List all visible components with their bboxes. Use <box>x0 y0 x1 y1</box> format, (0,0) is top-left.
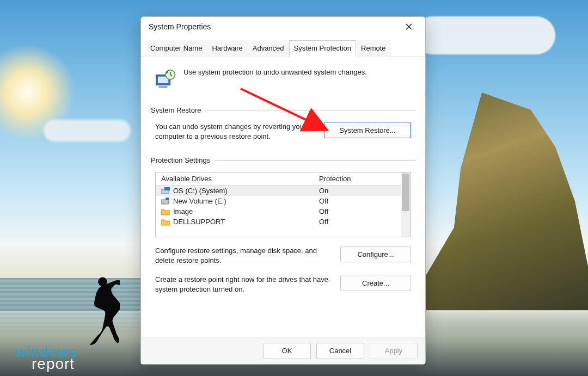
svg-rect-7 <box>164 187 170 190</box>
cancel-button[interactable]: Cancel <box>316 343 364 359</box>
drive-protection: Off <box>319 218 395 226</box>
drives-listbox[interactable]: Available Drives Protection OS (C:) (Sys… <box>155 172 411 237</box>
tab-system-protection[interactable]: System Protection <box>289 40 357 57</box>
dialog-title: System Properties <box>149 22 398 31</box>
close-button[interactable] <box>398 19 420 34</box>
folder-icon <box>161 208 170 215</box>
tab-content: Use system protection to undo unwanted s… <box>141 57 425 337</box>
intro-text: Use system protection to undo unwanted s… <box>183 68 367 76</box>
configure-text: Configure restore settings, manage disk … <box>155 246 333 265</box>
group-label-protection: Protection Settings <box>151 156 210 164</box>
folder-icon <box>161 218 170 226</box>
tab-hardware[interactable]: Hardware <box>207 40 247 57</box>
svg-rect-8 <box>161 200 169 204</box>
drive-name: DELLSUPPORT <box>173 218 225 226</box>
system-properties-dialog: System Properties Computer Name Hardware… <box>140 16 426 365</box>
configure-button[interactable]: Configure... <box>340 246 411 262</box>
titlebar[interactable]: System Properties <box>141 17 425 36</box>
drive-row[interactable]: New Volume (E:) Off <box>156 196 401 206</box>
drive-protection: On <box>319 187 395 195</box>
drive-row[interactable]: Image Off <box>156 206 401 217</box>
col-protection: Protection <box>319 175 395 183</box>
svg-rect-3 <box>159 86 168 88</box>
col-drives: Available Drives <box>161 175 319 183</box>
drive-name: Image <box>173 207 193 215</box>
create-button[interactable]: Create... <box>340 275 411 291</box>
drive-name: New Volume (E:) <box>173 197 226 205</box>
restore-text: You can undo system changes by reverting… <box>155 122 316 141</box>
disk-system-icon <box>161 187 170 195</box>
drive-protection: Off <box>319 207 395 215</box>
runner-silhouette <box>79 275 120 346</box>
disk-icon <box>161 198 170 205</box>
divider <box>205 110 415 110</box>
scrollbar[interactable] <box>401 172 411 237</box>
apply-button[interactable]: Apply <box>370 343 418 359</box>
system-protection-icon <box>154 68 177 91</box>
create-text: Create a restore point right now for the… <box>155 275 333 294</box>
system-restore-button[interactable]: System Restore... <box>324 122 411 138</box>
group-system-restore: System Restore You can undo system chang… <box>151 106 415 141</box>
drive-name: OS (C:) (System) <box>173 187 228 195</box>
drive-row[interactable]: OS (C:) (System) On <box>156 186 401 196</box>
tab-remote[interactable]: Remote <box>356 40 391 57</box>
ok-button[interactable]: OK <box>263 343 311 359</box>
tab-advanced[interactable]: Advanced <box>248 40 289 57</box>
group-label-restore: System Restore <box>151 106 201 114</box>
group-protection-settings: Protection Settings Available Drives Pro… <box>151 156 415 294</box>
drive-row[interactable]: DELLSUPPORT Off <box>156 217 401 227</box>
divider <box>215 160 415 161</box>
watermark: windows report <box>15 344 77 372</box>
drive-protection: Off <box>319 197 395 205</box>
close-icon <box>405 23 413 30</box>
scrollbar-thumb[interactable] <box>402 174 409 211</box>
tab-computer-name[interactable]: Computer Name <box>145 40 207 57</box>
svg-rect-9 <box>166 198 169 200</box>
intro-row: Use system protection to undo unwanted s… <box>151 64 415 103</box>
watermark-line2: report <box>32 356 77 372</box>
dialog-footer: OK Cancel Apply <box>141 337 425 364</box>
drives-header: Available Drives Protection <box>156 172 401 186</box>
tab-row: Computer Name Hardware Advanced System P… <box>141 40 425 57</box>
